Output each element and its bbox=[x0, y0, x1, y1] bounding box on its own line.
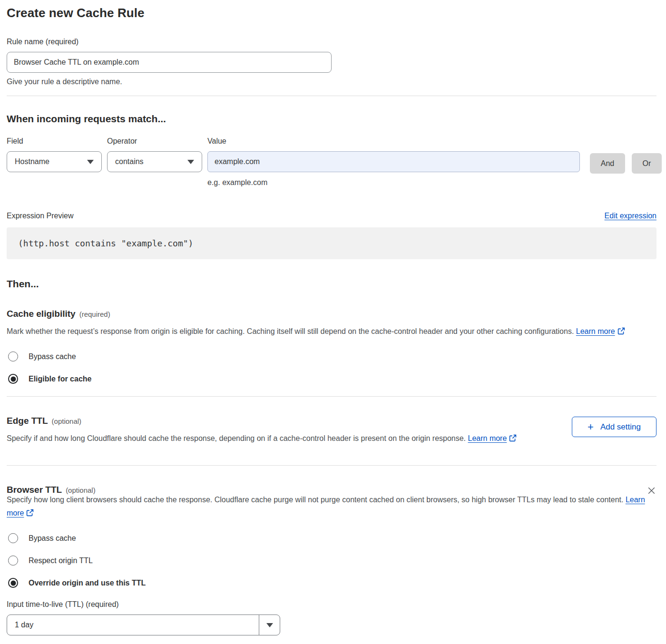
radio-override-origin-ttl[interactable]: Override origin and use this TTL bbox=[7, 578, 656, 588]
radio-label: Eligible for cache bbox=[29, 375, 91, 383]
edge-ttl-description-text: Specify if and how long Cloudflare shoul… bbox=[7, 434, 466, 442]
cache-eligibility-description-text: Mark whether the request’s response from… bbox=[7, 327, 574, 335]
external-link-icon bbox=[509, 434, 517, 442]
close-icon[interactable] bbox=[646, 486, 656, 497]
expression-code: (http.host contains "example.com") bbox=[18, 238, 193, 248]
edge-ttl-section: Edge TTL (optional) Specify if and how l… bbox=[7, 397, 656, 445]
page-title: Create new Cache Rule bbox=[7, 6, 656, 20]
create-cache-rule-form: Create new Cache Rule Rule name (require… bbox=[0, 0, 666, 635]
radio-respect-origin-ttl[interactable]: Respect origin TTL bbox=[7, 556, 656, 566]
expression-preview-label: Expression Preview bbox=[7, 212, 74, 220]
cache-eligibility-title: Cache eligibility bbox=[7, 309, 76, 319]
edge-ttl-learn-more-link[interactable]: Learn more bbox=[468, 434, 507, 442]
rule-name-input[interactable] bbox=[7, 52, 332, 73]
edit-expression-link[interactable]: Edit expression bbox=[605, 212, 656, 220]
chevron-down-icon bbox=[87, 160, 94, 164]
condition-connector-buttons: And Or bbox=[590, 137, 662, 174]
browser-ttl-options: Bypass cache Respect origin TTL Override… bbox=[7, 533, 656, 588]
cache-eligibility-heading: Cache eligibility (required) bbox=[7, 309, 656, 319]
cache-eligibility-required-tag: (required) bbox=[79, 310, 110, 318]
value-label: Value bbox=[207, 137, 580, 146]
radio-icon bbox=[8, 533, 18, 543]
edge-ttl-heading: Edge TTL (optional) bbox=[7, 416, 517, 426]
rule-name-block: Rule name (required) Give your rule a de… bbox=[7, 38, 656, 86]
value-column: Value e.g. example.com bbox=[207, 137, 580, 187]
field-column: Field Hostname bbox=[7, 137, 102, 172]
radio-label: Override origin and use this TTL bbox=[29, 579, 146, 587]
operator-column: Operator contains bbox=[107, 137, 202, 172]
browser-ttl-description-text: Specify how long client browsers should … bbox=[7, 496, 623, 504]
cache-eligibility-description: Mark whether the request’s response from… bbox=[7, 325, 646, 338]
field-select[interactable]: Hostname bbox=[7, 151, 102, 172]
cache-eligibility-options: Bypass cache Eligible for cache bbox=[7, 351, 656, 384]
radio-label: Bypass cache bbox=[29, 352, 76, 361]
radio-eligible-for-cache[interactable]: Eligible for cache bbox=[7, 374, 656, 384]
edge-ttl-optional-tag: (optional) bbox=[52, 417, 82, 425]
ttl-select-arrow-section[interactable] bbox=[259, 615, 280, 635]
add-setting-button[interactable]: + Add setting bbox=[572, 417, 656, 437]
operator-label: Operator bbox=[107, 137, 202, 146]
expression-preview-row: Expression Preview Edit expression bbox=[7, 212, 656, 220]
and-button[interactable]: And bbox=[590, 153, 625, 174]
field-label: Field bbox=[7, 137, 102, 146]
plus-icon: + bbox=[588, 422, 594, 432]
operator-select-value: contains bbox=[115, 157, 144, 166]
external-link-icon bbox=[26, 509, 34, 517]
expression-code-box: (http.host contains "example.com") bbox=[7, 227, 656, 259]
chevron-down-icon bbox=[266, 623, 273, 627]
chevron-down-icon bbox=[187, 160, 194, 164]
radio-label: Bypass cache bbox=[29, 534, 76, 543]
radio-icon bbox=[8, 351, 18, 361]
section-divider bbox=[7, 96, 656, 96]
radio-icon bbox=[8, 578, 18, 588]
then-heading: Then... bbox=[7, 278, 656, 290]
radio-bypass-cache[interactable]: Bypass cache bbox=[7, 533, 656, 543]
radio-icon bbox=[8, 556, 18, 566]
radio-label: Respect origin TTL bbox=[29, 556, 93, 565]
rule-name-help: Give your rule a descriptive name. bbox=[7, 78, 656, 86]
radio-bypass-cache[interactable]: Bypass cache bbox=[7, 351, 656, 361]
or-button[interactable]: Or bbox=[632, 153, 662, 174]
match-heading: When incoming requests match... bbox=[7, 113, 656, 125]
ttl-input-label: Input time-to-live (TTL) (required) bbox=[7, 600, 656, 609]
radio-icon bbox=[8, 374, 18, 384]
edge-ttl-description: Specify if and how long Cloudflare shoul… bbox=[7, 432, 517, 445]
browser-ttl-optional-tag: (optional) bbox=[66, 486, 96, 494]
value-hint: e.g. example.com bbox=[207, 178, 580, 187]
match-condition-row: Field Hostname Operator contains Value e… bbox=[7, 137, 656, 187]
browser-ttl-description: Specify how long client browsers should … bbox=[7, 493, 646, 520]
cache-eligibility-learn-more-link[interactable]: Learn more bbox=[576, 327, 615, 335]
operator-select[interactable]: contains bbox=[107, 151, 202, 172]
edge-ttl-content: Edge TTL (optional) Specify if and how l… bbox=[7, 397, 517, 445]
browser-ttl-section-head: Browser TTL (optional) bbox=[7, 466, 656, 497]
edge-ttl-title: Edge TTL bbox=[7, 416, 48, 426]
ttl-select[interactable]: 1 day bbox=[7, 615, 280, 635]
external-link-icon bbox=[617, 327, 625, 335]
value-input[interactable] bbox=[207, 151, 580, 172]
add-setting-label: Add setting bbox=[600, 422, 641, 432]
ttl-select-value: 1 day bbox=[7, 615, 259, 635]
rule-name-label: Rule name (required) bbox=[7, 38, 656, 46]
field-select-value: Hostname bbox=[15, 157, 49, 166]
